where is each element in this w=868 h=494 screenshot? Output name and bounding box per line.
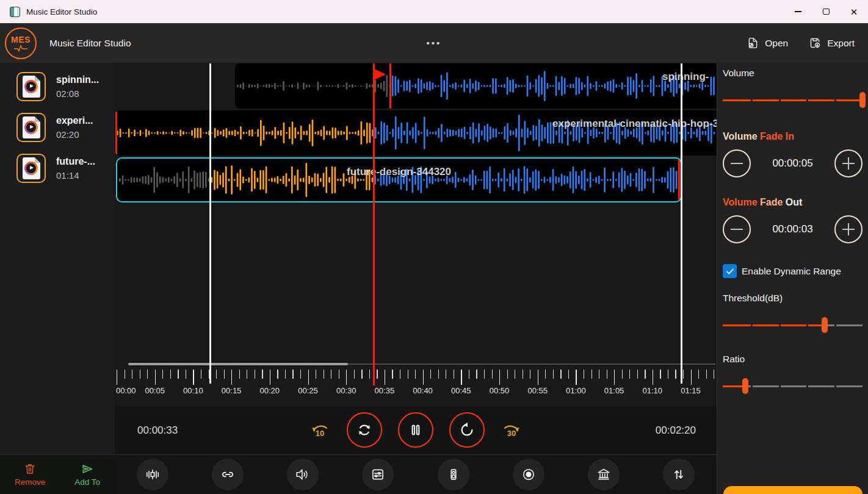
ruler-tick bbox=[653, 370, 653, 385]
ratio-slider[interactable] bbox=[723, 378, 863, 394]
timeline-scrollbar[interactable] bbox=[115, 361, 717, 367]
loop-icon bbox=[356, 421, 373, 439]
skip-back-10-button[interactable]: 10 bbox=[309, 423, 331, 438]
minus-icon bbox=[731, 163, 743, 164]
ratio-label: Ratio bbox=[723, 354, 863, 365]
ruler-tick bbox=[675, 370, 676, 379]
threshold-slider[interactable] bbox=[723, 317, 863, 333]
ruler-tick bbox=[239, 370, 240, 379]
ruler-label: 00:20 bbox=[260, 386, 280, 395]
sort-button[interactable] bbox=[663, 459, 695, 490]
ruler-tick bbox=[629, 370, 630, 379]
audio-clip[interactable]: future-design-344320 bbox=[116, 157, 682, 202]
minimize-button[interactable] bbox=[784, 0, 812, 23]
region-start-line[interactable] bbox=[209, 63, 211, 384]
ruler-label: 01:15 bbox=[681, 386, 701, 395]
clip-label: experimental-cinematic-hip-hop-3 bbox=[552, 118, 717, 130]
skip-forward-arc-icon bbox=[503, 423, 520, 433]
playhead-flag-icon bbox=[374, 69, 386, 81]
speaker-box-button[interactable] bbox=[438, 459, 469, 490]
ruler-label: 00:40 bbox=[413, 386, 433, 395]
scrollbar-thumb[interactable] bbox=[128, 363, 348, 365]
fade-out-label: Volume Fade Out bbox=[723, 197, 863, 208]
minimize-icon bbox=[795, 11, 801, 12]
ruler-tick bbox=[331, 370, 331, 379]
playlist-item-duration: 01:14 bbox=[56, 170, 95, 181]
fade-out-increase-button[interactable] bbox=[834, 215, 863, 243]
link-button[interactable] bbox=[212, 459, 244, 490]
ruler-tick bbox=[408, 370, 408, 379]
bank-icon bbox=[596, 467, 612, 482]
ruler-tick bbox=[354, 370, 355, 379]
playlist-item[interactable]: spinnin...02:08 bbox=[16, 72, 115, 101]
play-icon bbox=[26, 82, 36, 91]
volume-button[interactable] bbox=[287, 459, 319, 490]
ruler-tick bbox=[423, 370, 424, 385]
apply-button[interactable] bbox=[723, 486, 863, 494]
export-button[interactable]: Export bbox=[809, 37, 855, 49]
pause-button[interactable] bbox=[398, 412, 433, 448]
maximize-button[interactable] bbox=[812, 0, 840, 23]
ruler-tick bbox=[385, 370, 385, 385]
restart-button[interactable] bbox=[449, 412, 485, 448]
slider-thumb[interactable] bbox=[859, 92, 866, 108]
ruler-tick bbox=[255, 370, 255, 379]
ruler-tick bbox=[591, 370, 592, 379]
open-label: Open bbox=[765, 38, 788, 49]
fade-in-increase-button[interactable] bbox=[834, 149, 863, 177]
ruler-tick bbox=[614, 370, 615, 385]
mixer-button[interactable] bbox=[362, 459, 394, 490]
dynamic-range-checkbox[interactable] bbox=[723, 264, 737, 278]
skip-forward-30-button[interactable]: 30 bbox=[501, 423, 523, 438]
loop-button[interactable] bbox=[347, 412, 382, 448]
fade-in-label: Volume Fade In bbox=[723, 131, 863, 142]
ruler-tick bbox=[308, 370, 309, 385]
playlist-item-name: experi... bbox=[56, 115, 93, 126]
playlist-item[interactable]: experi...02:20 bbox=[16, 113, 115, 142]
ruler-tick bbox=[369, 370, 370, 379]
ruler-tick bbox=[339, 370, 339, 379]
playlist-item[interactable]: future-...01:14 bbox=[16, 154, 115, 183]
header: MES Music Editor Studio ••• Open Export bbox=[0, 23, 868, 63]
volume-label: Volume bbox=[723, 68, 863, 79]
add-to-label: Add To bbox=[74, 478, 100, 487]
sidebar-footer: Remove Add To bbox=[0, 454, 115, 494]
slider-thumb[interactable] bbox=[822, 317, 828, 333]
record-button[interactable] bbox=[513, 459, 544, 490]
ruler-label: 00:15 bbox=[222, 386, 242, 395]
remove-button[interactable]: Remove bbox=[15, 462, 45, 487]
ruler-tick bbox=[530, 370, 530, 379]
dynamic-range-label: Enable Dynamic Range bbox=[742, 266, 841, 277]
bank-button[interactable] bbox=[588, 459, 620, 490]
slider-thumb[interactable] bbox=[742, 378, 748, 394]
add-to-button[interactable]: Add To bbox=[74, 462, 100, 487]
send-icon bbox=[80, 462, 95, 476]
playhead[interactable] bbox=[373, 63, 375, 385]
fade-in-decrease-button[interactable] bbox=[723, 149, 751, 177]
volume-slider[interactable] bbox=[723, 92, 863, 108]
audio-clip[interactable]: spinning- bbox=[235, 63, 717, 109]
ruler[interactable]: 00:0000:0500:1000:1500:2000:2500:3000:35… bbox=[115, 366, 717, 406]
ruler-tick bbox=[140, 370, 140, 379]
playlist-item-name: future-... bbox=[56, 156, 95, 167]
audio-clip[interactable]: experimental-cinematic-hip-hop-3 bbox=[115, 110, 717, 156]
trim-button[interactable] bbox=[137, 459, 168, 490]
ruler-tick bbox=[270, 370, 270, 385]
ruler-label: 00:05 bbox=[145, 386, 165, 395]
ruler-tick bbox=[300, 370, 301, 379]
ruler-tick bbox=[599, 370, 599, 379]
app-window-icon bbox=[10, 7, 20, 17]
ruler-tick bbox=[538, 370, 538, 385]
ruler-tick bbox=[545, 370, 546, 379]
ruler-tick bbox=[292, 370, 293, 379]
ruler-label: 00:25 bbox=[298, 386, 318, 395]
region-end-line[interactable] bbox=[681, 63, 682, 384]
ruler-tick bbox=[285, 370, 286, 379]
close-button[interactable]: ✕ bbox=[840, 0, 868, 23]
fade-out-value: 00:00:03 bbox=[772, 223, 812, 235]
fade-in-stepper: 00:00:05 bbox=[723, 149, 863, 177]
open-button[interactable]: Open bbox=[747, 37, 788, 49]
ruler-tick bbox=[714, 370, 714, 379]
record-icon bbox=[521, 467, 537, 482]
fade-out-decrease-button[interactable] bbox=[723, 215, 751, 243]
